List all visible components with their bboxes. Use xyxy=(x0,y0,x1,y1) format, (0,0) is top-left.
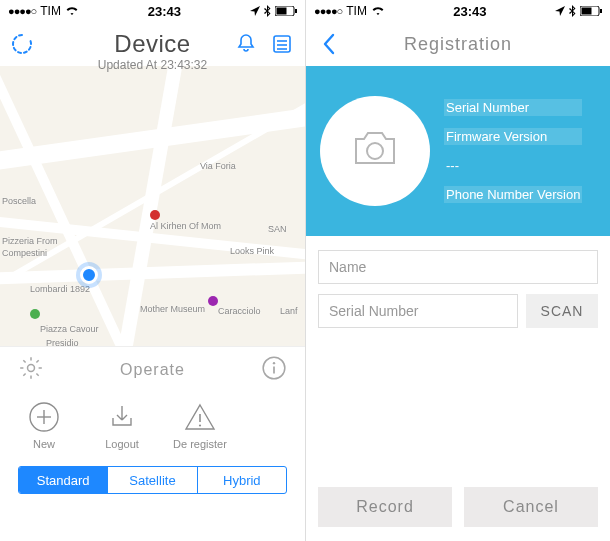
bluetooth-icon xyxy=(569,5,576,17)
map-label: Pizzeria From xyxy=(2,236,58,246)
map-label: Via Foria xyxy=(200,161,236,171)
actions-row: New Logout De register xyxy=(0,392,305,460)
plus-circle-icon xyxy=(27,400,61,434)
download-icon xyxy=(105,400,139,434)
svg-point-9 xyxy=(273,361,275,363)
svg-rect-1 xyxy=(277,8,287,15)
name-input[interactable]: Name xyxy=(318,250,598,284)
signal-dots-icon: ●●●●○ xyxy=(314,5,342,17)
registration-screen: ●●●●○ TIM 23:43 Registration xyxy=(305,0,610,541)
battery-icon xyxy=(275,6,297,16)
location-arrow-icon xyxy=(555,6,565,16)
operate-label: Operate xyxy=(44,361,261,379)
avatar-placeholder[interactable] xyxy=(320,96,430,206)
status-bar: ●●●●○ TIM 23:43 xyxy=(0,0,305,22)
map-label: Mother Museum xyxy=(140,304,205,314)
map-label: Poscella xyxy=(2,196,36,206)
svg-rect-17 xyxy=(582,8,592,15)
svg-rect-18 xyxy=(600,9,602,13)
svg-point-7 xyxy=(28,364,35,371)
svg-rect-2 xyxy=(295,9,297,13)
input-placeholder: Serial Number xyxy=(329,303,418,319)
poi-icon xyxy=(150,210,160,220)
camera-icon xyxy=(350,129,400,173)
seg-standard[interactable]: Standard xyxy=(19,467,107,493)
map-label: SAN xyxy=(268,224,287,234)
status-bar: ●●●●○ TIM 23:43 xyxy=(306,0,610,22)
bottom-buttons: Record Cancel xyxy=(318,487,598,527)
location-arrow-icon xyxy=(250,6,260,16)
operate-row: Operate xyxy=(0,346,305,392)
map-type-segmented[interactable]: Standard Satellite Hybrid xyxy=(18,466,287,494)
map-label: Compestini xyxy=(2,248,47,258)
nav-bar: Registration xyxy=(306,22,610,66)
serial-input[interactable]: Serial Number xyxy=(318,294,518,328)
carrier-label: TIM xyxy=(346,4,367,18)
record-button[interactable]: Record xyxy=(318,487,452,527)
registration-form: Name Serial Number SCAN xyxy=(306,236,610,342)
bell-icon[interactable] xyxy=(233,31,259,57)
poi-icon xyxy=(208,296,218,306)
signal-dots-icon: ●●●●○ xyxy=(8,5,36,17)
svg-point-15 xyxy=(199,424,201,426)
wifi-icon xyxy=(65,6,79,16)
gear-icon[interactable] xyxy=(18,355,44,385)
back-button[interactable] xyxy=(316,31,342,57)
user-location-dot xyxy=(80,266,98,284)
refresh-icon[interactable] xyxy=(10,32,34,56)
logout-button[interactable]: Logout xyxy=(92,400,152,450)
seg-hybrid[interactable]: Hybrid xyxy=(197,467,286,493)
map-label: Al Kirhen Of Mom xyxy=(150,221,221,231)
scan-button[interactable]: SCAN xyxy=(526,294,598,328)
action-label: New xyxy=(33,438,55,450)
status-time: 23:43 xyxy=(453,4,486,19)
seg-satellite[interactable]: Satellite xyxy=(107,467,196,493)
action-label: De register xyxy=(173,438,227,450)
map-label: Looks Pink xyxy=(230,246,274,256)
map-view[interactable]: Via Foria Al Kirhen Of Mom Looks Pink Lo… xyxy=(0,66,305,346)
warning-icon xyxy=(183,400,217,434)
firmware-label: Firmware Version xyxy=(444,128,582,145)
status-time: 23:43 xyxy=(148,4,181,19)
page-title: Registration xyxy=(306,34,610,55)
phone-version-label: Phone Number Version xyxy=(444,186,582,203)
cancel-button[interactable]: Cancel xyxy=(464,487,598,527)
battery-icon xyxy=(580,6,602,16)
deregister-button[interactable]: De register xyxy=(170,400,230,450)
device-info-labels: Serial Number Firmware Version --- Phone… xyxy=(444,99,582,203)
info-icon[interactable] xyxy=(261,355,287,385)
new-button[interactable]: New xyxy=(14,400,74,450)
map-label: Lanf xyxy=(280,306,298,316)
map-label: Piazza Cavour xyxy=(40,324,99,334)
svg-point-19 xyxy=(367,143,383,159)
registration-header: Serial Number Firmware Version --- Phone… xyxy=(306,66,610,236)
map-label: Presidio xyxy=(46,338,79,346)
map-label: Lombardi 1892 xyxy=(30,284,90,294)
carrier-label: TIM xyxy=(40,4,61,18)
serial-label: Serial Number xyxy=(444,99,582,116)
poi-icon xyxy=(30,309,40,319)
nav-bar: Device Updated At 23:43:32 xyxy=(0,22,305,66)
action-label: Logout xyxy=(105,438,139,450)
bluetooth-icon xyxy=(264,5,271,17)
list-icon[interactable] xyxy=(269,31,295,57)
device-screen: ●●●●○ TIM 23:43 Device xyxy=(0,0,305,541)
map-label: Caracciolo xyxy=(218,306,261,316)
input-placeholder: Name xyxy=(329,259,366,275)
firmware-value: --- xyxy=(444,157,582,174)
wifi-icon xyxy=(371,6,385,16)
